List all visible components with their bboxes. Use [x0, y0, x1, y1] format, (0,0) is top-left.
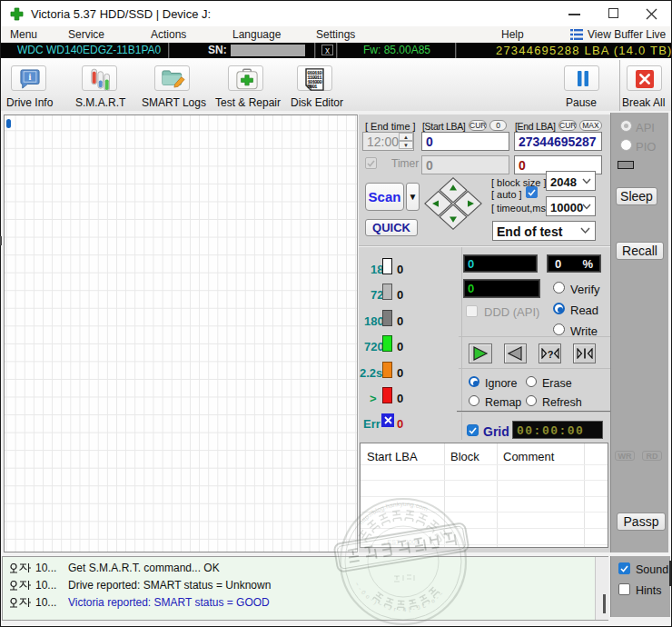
- svg-text:?: ?: [548, 349, 554, 360]
- svg-text:i: i: [29, 72, 32, 82]
- svg-text:0001: 0001: [307, 84, 318, 90]
